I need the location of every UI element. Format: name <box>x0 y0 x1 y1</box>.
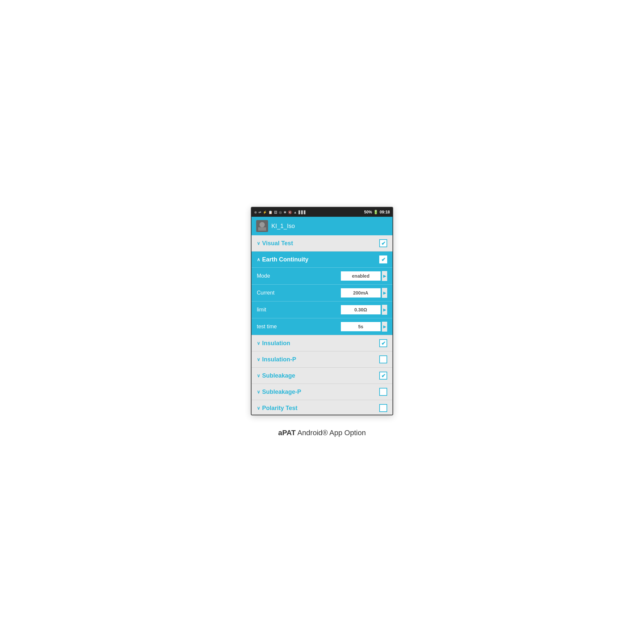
caption-bold: aPAT <box>278 429 296 437</box>
page-wrapper: ⊕ ⇄ ⚡ 📋 🖼 ◎ ✱ 🔇 ▲ ▋▋▋ 50% 🔋 09:18 <box>251 207 393 437</box>
checkmark-visual-test: ✔ <box>381 240 386 247</box>
section-visual-test-left: ∨ Visual Test <box>257 240 293 247</box>
mode-row[interactable]: Mode enabled ▶ <box>252 267 392 284</box>
wifi-icon: ▲ <box>294 210 297 214</box>
status-right: 50% 🔋 09:18 <box>364 210 390 214</box>
checkmark-insulation: ✔ <box>381 340 386 346</box>
section-polarity-test[interactable]: ∨ Polarity Test <box>252 400 392 415</box>
clock: 09:18 <box>380 210 390 214</box>
screen-content: ∨ Visual Test ✔ ∧ Earth Continuity ✔ <box>252 235 392 415</box>
checkbox-earth-continuity[interactable]: ✔ <box>379 255 387 263</box>
test-time-value-wrapper: 5s ▶ <box>341 322 387 332</box>
current-row[interactable]: Current 200mA ▶ <box>252 284 392 301</box>
limit-arrow: ▶ <box>382 305 387 315</box>
mode-value: enabled <box>341 271 381 281</box>
bluetooth-icon: ✱ <box>284 210 286 214</box>
section-earth-continuity-left: ∧ Earth Continuity <box>257 256 308 263</box>
chevron-polarity-test: ∨ <box>257 405 260 411</box>
status-icons-left: ⊕ ⇄ ⚡ 📋 🖼 ◎ ✱ 🔇 ▲ ▋▋▋ <box>254 210 306 214</box>
section-insulation-p[interactable]: ∨ Insulation-P <box>252 351 392 368</box>
clipboard-icon: 📋 <box>268 210 272 214</box>
section-subleakage-p[interactable]: ∨ Subleakage-P <box>252 384 392 400</box>
section-polarity-test-label: Polarity Test <box>262 405 298 412</box>
section-visual-test[interactable]: ∨ Visual Test ✔ <box>252 235 392 252</box>
mute-icon: 🔇 <box>288 210 292 214</box>
add-icon: ⊕ <box>254 210 257 214</box>
mode-label: Mode <box>257 273 270 279</box>
section-earth-continuity-header[interactable]: ∧ Earth Continuity ✔ <box>252 252 392 267</box>
checkmark-earth-continuity: ✔ <box>381 256 386 263</box>
phone-frame: ⊕ ⇄ ⚡ 📋 🖼 ◎ ✱ 🔇 ▲ ▋▋▋ 50% 🔋 09:18 <box>251 207 393 415</box>
test-time-arrow: ▶ <box>382 322 387 332</box>
mode-arrow: ▶ <box>382 271 387 281</box>
limit-label: limit <box>257 307 266 313</box>
chevron-subleakage: ∨ <box>257 373 260 378</box>
app-title: KI_1_Iso <box>271 223 295 230</box>
checkbox-insulation-p[interactable] <box>379 355 387 363</box>
checkbox-subleakage-p[interactable] <box>379 388 387 396</box>
section-subleakage-p-left: ∨ Subleakage-P <box>257 389 301 395</box>
current-value-wrapper: 200mA ▶ <box>341 288 387 298</box>
current-label: Current <box>257 290 274 296</box>
current-arrow: ▶ <box>382 288 387 298</box>
section-visual-test-label: Visual Test <box>262 240 293 247</box>
test-time-row[interactable]: test time 5s ▶ <box>252 318 392 335</box>
section-insulation-p-left: ∨ Insulation-P <box>257 356 296 363</box>
limit-value-wrapper: 0.30Ω ▶ <box>341 305 387 315</box>
chevron-visual-test: ∨ <box>257 241 260 246</box>
status-bar: ⊕ ⇄ ⚡ 📋 🖼 ◎ ✱ 🔇 ▲ ▋▋▋ 50% 🔋 09:18 <box>252 207 392 217</box>
section-insulation-left: ∨ Insulation <box>257 340 290 347</box>
section-earth-continuity-label: Earth Continuity <box>262 256 308 263</box>
sync-icon: ⇄ <box>258 210 261 214</box>
usb-icon: ⚡ <box>263 210 267 214</box>
caption-normal: Android® App Option <box>296 429 366 437</box>
app-header: KI_1_Iso <box>252 217 392 235</box>
section-subleakage-p-label: Subleakage-P <box>262 389 301 395</box>
app-icon <box>256 220 268 232</box>
signal-icon: ▋▋▋ <box>299 210 306 214</box>
chevron-earth-continuity: ∧ <box>257 257 260 262</box>
limit-value: 0.30Ω <box>341 305 381 314</box>
checkmark-subleakage: ✔ <box>381 373 386 379</box>
svg-point-1 <box>259 222 265 227</box>
checkbox-polarity-test[interactable] <box>379 404 387 412</box>
test-time-value: 5s <box>341 322 381 331</box>
limit-row[interactable]: limit 0.30Ω ▶ <box>252 301 392 318</box>
checkbox-insulation[interactable]: ✔ <box>379 339 387 347</box>
caption: aPAT Android® App Option <box>278 429 366 437</box>
earth-continuity-settings: Mode enabled ▶ Current 200mA ▶ <box>252 267 392 335</box>
section-subleakage-label: Subleakage <box>262 372 295 379</box>
image-icon: 🖼 <box>274 210 277 214</box>
section-subleakage-left: ∨ Subleakage <box>257 372 295 379</box>
chevron-insulation-p: ∨ <box>257 357 260 362</box>
section-insulation-p-label: Insulation-P <box>262 356 296 363</box>
current-value: 200mA <box>341 288 381 298</box>
battery-icon: 🔋 <box>373 210 378 214</box>
svg-rect-2 <box>258 227 266 231</box>
chevron-subleakage-p: ∨ <box>257 389 260 394</box>
test-time-label: test time <box>257 324 277 330</box>
section-earth-continuity: ∧ Earth Continuity ✔ Mode enabled ▶ <box>252 252 392 335</box>
section-insulation[interactable]: ∨ Insulation ✔ <box>252 335 392 351</box>
section-subleakage[interactable]: ∨ Subleakage ✔ <box>252 368 392 384</box>
section-insulation-label: Insulation <box>262 340 290 347</box>
chevron-insulation: ∨ <box>257 341 260 346</box>
battery-percent: 50% <box>364 210 372 214</box>
eye-icon: ◎ <box>279 210 282 214</box>
checkbox-subleakage[interactable]: ✔ <box>379 372 387 380</box>
mode-value-wrapper: enabled ▶ <box>341 271 387 281</box>
section-polarity-test-left: ∨ Polarity Test <box>257 405 298 412</box>
checkbox-visual-test[interactable]: ✔ <box>379 239 387 247</box>
